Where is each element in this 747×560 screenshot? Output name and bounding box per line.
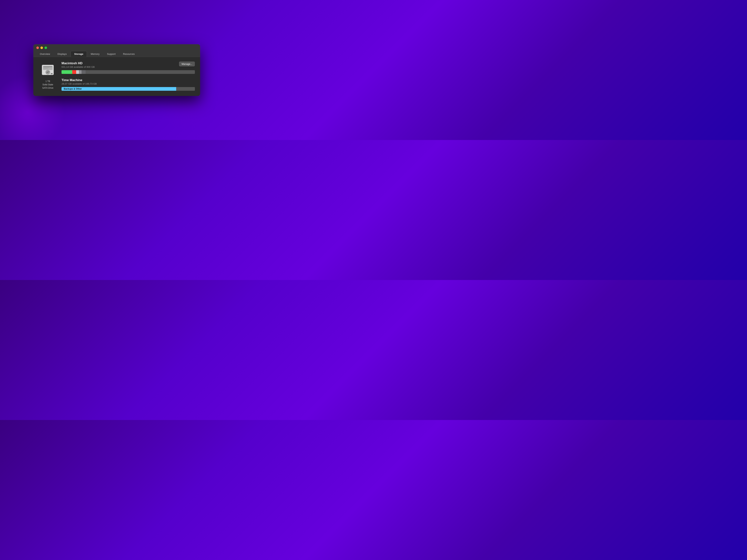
macintosh-hd-name: Macintosh HD (61, 61, 95, 65)
minimize-button[interactable] (41, 47, 43, 49)
macintosh-hd-info: Macintosh HD 631,14 GB available of 800 … (61, 61, 95, 68)
storage-content: 1 TB Solid State SATA Drive Macintosh HD… (33, 57, 200, 96)
hdd-icon (41, 63, 55, 78)
svg-rect-11 (51, 73, 52, 74)
tm-backups-segment: Backups & Other (61, 87, 176, 91)
media-segment (72, 70, 76, 74)
time-machine-available: 28,07 GB available of 199,73 GB (61, 82, 195, 85)
time-machine-info: Time Machine 28,07 GB available of 199,7… (61, 78, 195, 85)
docs-segment (68, 70, 72, 74)
tab-bar: Overview Displays Storage Memory Support… (36, 51, 197, 57)
tab-resources[interactable]: Resources (120, 51, 138, 57)
tab-support[interactable]: Support (103, 51, 119, 57)
svg-rect-5 (43, 68, 48, 69)
apps-segment (61, 70, 68, 74)
maximize-button[interactable] (45, 47, 47, 49)
titlebar: Overview Displays Storage Memory Support… (33, 44, 200, 57)
close-button[interactable] (36, 47, 39, 49)
macintosh-hd-available: 631,14 GB available of 800 GB (61, 65, 95, 68)
svg-rect-10 (51, 73, 53, 74)
tab-displays[interactable]: Displays (54, 51, 70, 57)
tm-free-segment (176, 87, 195, 91)
tab-memory[interactable]: Memory (87, 51, 103, 57)
macintosh-hd-bar (61, 70, 195, 74)
svg-rect-4 (43, 68, 49, 68)
drive-label: 1 TB Solid State SATA Drive (42, 80, 53, 90)
macintosh-hd-item: Macintosh HD 631,14 GB available of 800 … (61, 61, 195, 74)
macintosh-hd-bar-fill (61, 70, 195, 74)
drive-icon-section: 1 TB Solid State SATA Drive (38, 61, 57, 91)
time-machine-bar: Backups & Other (61, 87, 195, 91)
svg-rect-12 (52, 73, 52, 74)
macintosh-hd-header: Macintosh HD 631,14 GB available of 800 … (61, 61, 195, 68)
tab-overview[interactable]: Overview (36, 51, 54, 57)
traffic-lights (36, 47, 197, 49)
time-machine-name: Time Machine (61, 78, 195, 82)
manage-button[interactable]: Manage... (179, 61, 195, 66)
other-segment (76, 70, 79, 74)
tab-storage[interactable]: Storage (71, 51, 87, 57)
time-machine-bar-fill: Backups & Other (61, 87, 195, 91)
time-machine-item: Time Machine 28,07 GB available of 199,7… (61, 78, 195, 91)
drives-section: Macintosh HD 631,14 GB available of 800 … (61, 61, 195, 91)
system-info-window: Overview Displays Storage Memory Support… (33, 44, 200, 96)
svg-rect-3 (43, 66, 52, 67)
backups-segment (79, 70, 81, 74)
purgeable-segment (81, 70, 85, 74)
